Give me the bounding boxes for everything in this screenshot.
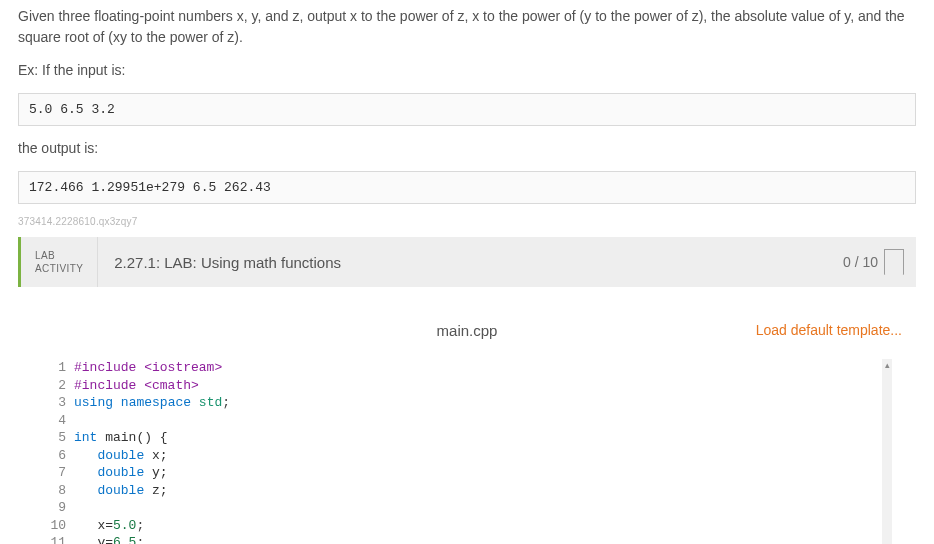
code-line: 3using namespace std; bbox=[44, 394, 888, 412]
code-token: #include <iostream> bbox=[74, 360, 222, 375]
code-line: 4 bbox=[44, 412, 888, 430]
line-number: 7 bbox=[44, 464, 66, 482]
code-token: ; bbox=[222, 395, 230, 410]
score-ribbon-icon bbox=[884, 249, 904, 275]
code-token: ; bbox=[136, 535, 144, 544]
line-number: 5 bbox=[44, 429, 66, 447]
problem-description: Given three floating-point numbers x, y,… bbox=[18, 6, 916, 48]
activity-bar: LAB ACTIVITY 2.27.1: LAB: Using math fun… bbox=[18, 237, 916, 287]
line-number: 3 bbox=[44, 394, 66, 412]
code-token bbox=[74, 448, 97, 463]
example-label: Ex: If the input is: bbox=[18, 60, 916, 81]
code-line: 11 y=6.5; bbox=[44, 534, 888, 544]
code-editor[interactable]: ▴ 1#include <iostream>2#include <cmath>3… bbox=[32, 359, 902, 544]
code-token: ; bbox=[136, 518, 144, 533]
code-token: double bbox=[97, 448, 144, 463]
activity-title: 2.27.1: LAB: Using math functions bbox=[98, 237, 831, 287]
code-token bbox=[74, 465, 97, 480]
output-label: the output is: bbox=[18, 138, 916, 159]
activity-tag-line1: LAB bbox=[35, 249, 83, 262]
line-number: 10 bbox=[44, 517, 66, 535]
line-number: 8 bbox=[44, 482, 66, 500]
code-token: y; bbox=[144, 465, 167, 480]
code-token: y= bbox=[74, 535, 113, 544]
scroll-up-icon[interactable]: ▴ bbox=[882, 359, 892, 371]
code-token: z; bbox=[144, 483, 167, 498]
line-number: 11 bbox=[44, 534, 66, 544]
code-token: double bbox=[97, 483, 144, 498]
code-line: 1#include <iostream> bbox=[44, 359, 888, 377]
editor-panel: main.cpp Load default template... ▴ 1#in… bbox=[18, 309, 916, 544]
code-token: int bbox=[74, 430, 97, 445]
activity-tag: LAB ACTIVITY bbox=[21, 237, 98, 287]
code-token: 5.0 bbox=[113, 518, 136, 533]
resource-id: 373414.2228610.qx3zqy7 bbox=[18, 216, 916, 227]
code-line: 8 double z; bbox=[44, 482, 888, 500]
code-token: 6.5 bbox=[113, 535, 136, 544]
line-number: 1 bbox=[44, 359, 66, 377]
code-token: std bbox=[199, 395, 222, 410]
line-number: 6 bbox=[44, 447, 66, 465]
code-token: x= bbox=[74, 518, 113, 533]
code-lines: 1#include <iostream>2#include <cmath>3us… bbox=[32, 359, 888, 544]
file-name: main.cpp bbox=[437, 322, 498, 339]
code-token: #include <cmath> bbox=[74, 378, 199, 393]
code-token bbox=[74, 483, 97, 498]
example-input-box: 5.0 6.5 3.2 bbox=[18, 93, 916, 126]
code-token: using bbox=[74, 395, 113, 410]
activity-tag-line2: ACTIVITY bbox=[35, 262, 83, 275]
line-number: 9 bbox=[44, 499, 66, 517]
load-default-template-link[interactable]: Load default template... bbox=[756, 322, 902, 338]
code-token: x; bbox=[144, 448, 167, 463]
code-line: 5int main() { bbox=[44, 429, 888, 447]
vertical-scrollbar[interactable]: ▴ bbox=[882, 359, 892, 544]
editor-header: main.cpp Load default template... bbox=[32, 309, 902, 351]
code-token: double bbox=[97, 465, 144, 480]
activity-score: 0 / 10 bbox=[831, 237, 916, 287]
code-line: 6 double x; bbox=[44, 447, 888, 465]
code-line: 10 x=5.0; bbox=[44, 517, 888, 535]
code-token: main() { bbox=[97, 430, 167, 445]
code-line: 2#include <cmath> bbox=[44, 377, 888, 395]
code-line: 9 bbox=[44, 499, 888, 517]
code-token bbox=[113, 395, 121, 410]
example-output-box: 172.466 1.29951e+279 6.5 262.43 bbox=[18, 171, 916, 204]
code-line: 7 double y; bbox=[44, 464, 888, 482]
code-token: namespace bbox=[121, 395, 191, 410]
code-token bbox=[191, 395, 199, 410]
activity-score-text: 0 / 10 bbox=[843, 254, 878, 270]
line-number: 4 bbox=[44, 412, 66, 430]
line-number: 2 bbox=[44, 377, 66, 395]
